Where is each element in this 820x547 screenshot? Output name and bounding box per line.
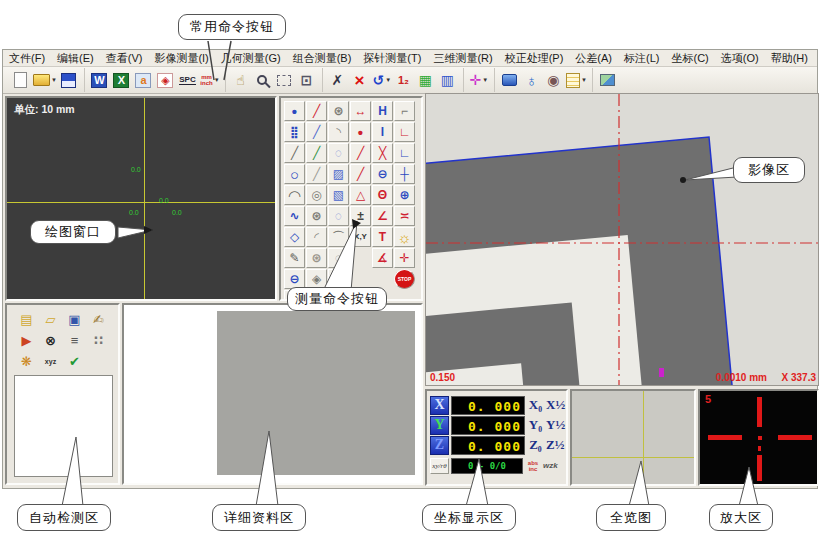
measure-rhombus[interactable]: ◇ — [284, 227, 305, 247]
menu-3d-measure[interactable]: 三维测量(R) — [427, 51, 498, 66]
measure-gear[interactable]: ⊛ — [306, 206, 327, 226]
measure-circle-scan[interactable]: ◎ — [306, 185, 327, 205]
export-cad-button[interactable]: a — [133, 69, 155, 91]
network-globe-button[interactable]: ♁ — [521, 69, 543, 91]
zoom-magnifier-button[interactable] — [252, 69, 274, 91]
measure-line-red2[interactable]: ╱ — [350, 164, 371, 184]
menu-tolerance[interactable]: 公差(A) — [569, 51, 618, 66]
column-grid-button[interactable]: ▥ — [437, 69, 459, 91]
measure-polygon-draw[interactable]: ✎ — [284, 248, 305, 268]
image-view[interactable]: 0.150 0.0010 mm X 337.3 — [425, 93, 819, 386]
measure-line-red[interactable]: ╱ — [350, 143, 371, 163]
measure-corner-step[interactable]: ⌐ — [394, 101, 415, 121]
open-file-button[interactable]: ▼ — [32, 69, 58, 91]
measure-target-align[interactable]: ⊕ — [394, 185, 415, 205]
abs-inc-toggle[interactable]: abs inc — [525, 460, 541, 472]
measure-line-points[interactable]: ╱ — [306, 143, 327, 163]
measure-text-label[interactable]: T — [372, 227, 393, 247]
measure-region-scan[interactable]: ▨ — [328, 164, 349, 184]
measure-blob-scan[interactable]: ◌ — [328, 248, 349, 268]
export-excel-button[interactable]: X — [111, 69, 133, 91]
pick-delete-button[interactable]: ✗ — [327, 69, 349, 91]
measure-circle-dist[interactable]: Θ — [372, 185, 393, 205]
detail-data-panel[interactable] — [122, 303, 423, 485]
export-word-button[interactable]: W — [89, 69, 111, 91]
measure-arc[interactable]: ◠ — [284, 185, 305, 205]
measure-parallel-lines[interactable]: H — [372, 101, 393, 121]
measure-ellipse-dash[interactable]: ◌ — [328, 206, 349, 226]
measure-curve[interactable]: ∿ — [284, 206, 305, 226]
overview-map[interactable] — [570, 389, 696, 486]
xyz-output-button[interactable]: xyz — [39, 351, 62, 371]
measure-arc-scan[interactable]: ◝ — [328, 122, 349, 142]
grid-view-button[interactable]: ∷ — [87, 330, 110, 350]
measure-line-thin[interactable]: ╱ — [306, 164, 327, 184]
measure-gear-cluster[interactable]: ⊛ — [306, 248, 327, 268]
menu-annotation[interactable]: 标注(L) — [618, 51, 665, 66]
drawing-window[interactable]: 单位: 10 mm 0.00.00.00.0 — [5, 96, 277, 301]
measure-angle[interactable]: ∠ — [372, 206, 393, 226]
measure-cross-lines[interactable]: ╳ — [372, 143, 393, 163]
select-rect-button[interactable] — [274, 69, 296, 91]
image-window-button[interactable] — [597, 69, 619, 91]
measure-stop[interactable]: STOP — [394, 269, 415, 289]
measure-width[interactable]: ↔ — [350, 101, 371, 121]
measure-auto-circle[interactable]: ⊛ — [328, 101, 349, 121]
spc-button[interactable]: SPC — [177, 69, 199, 91]
menu-options[interactable]: 选项(O) — [715, 51, 765, 66]
measure-corner-arc[interactable]: ⌒ — [328, 227, 349, 247]
number-label-button[interactable]: 1₂ — [393, 69, 415, 91]
axis-y-button[interactable]: Y — [430, 416, 449, 435]
axis-half-button[interactable]: Y½ — [546, 417, 563, 433]
menu-image-measure[interactable]: 影像测量(I) — [148, 51, 214, 66]
measure-circle-line[interactable]: ⊖ — [372, 164, 393, 184]
autodetect-list[interactable] — [14, 375, 113, 477]
new-document-button[interactable] — [10, 69, 32, 91]
measure-slot[interactable]: ⊖ — [284, 269, 305, 289]
measure-move-stage[interactable]: ✛ — [394, 248, 415, 268]
menu-calibration[interactable]: 校正处理(P) — [499, 51, 570, 66]
report-open-button[interactable]: ▱ — [39, 309, 62, 329]
cancel-button[interactable]: ⊗ — [39, 330, 62, 350]
undo-button[interactable]: ↺▼ — [371, 69, 393, 91]
measure-line-2pt[interactable]: ╱ — [306, 122, 327, 142]
zoom-region-button[interactable]: ⊡ — [296, 69, 318, 91]
measure-angle-line[interactable]: ∡ — [372, 248, 393, 268]
list-align-button[interactable]: ≡ — [63, 330, 86, 350]
menu-file[interactable]: 文件(F) — [3, 51, 51, 66]
media-record-button[interactable]: ◉ — [543, 69, 565, 91]
measure-region-diag[interactable]: ▧ — [328, 185, 349, 205]
measure-step-height[interactable]: ∟ — [394, 122, 415, 142]
measure-plus-minus[interactable]: ± — [350, 206, 371, 226]
measure-point[interactable]: • — [284, 101, 305, 121]
dot-grid-button[interactable]: ▦ — [415, 69, 437, 91]
sign-edit-button[interactable]: ✍ — [87, 309, 110, 329]
measure-line[interactable]: ╱ — [284, 143, 305, 163]
monitor-button[interactable] — [499, 69, 521, 91]
unit-mm-inch-button[interactable]: mm inch▼ — [199, 69, 221, 91]
menu-edit[interactable]: 编辑(E) — [51, 51, 100, 66]
notepad-button[interactable]: ▼ — [565, 69, 588, 91]
measure-xy-display[interactable]: X,Y — [350, 227, 371, 247]
measure-circle[interactable]: ○ — [284, 164, 305, 184]
measure-light-control[interactable]: ☼ — [394, 227, 415, 247]
tools-button[interactable]: ❋ — [15, 351, 38, 371]
menu-probe-measure[interactable]: 探针测量(T) — [357, 51, 427, 66]
laser-position-button[interactable]: ✛▼ — [468, 69, 490, 91]
measure-line-edge[interactable]: ╱ — [306, 101, 327, 121]
report-new-button[interactable]: ▤ — [15, 309, 38, 329]
axis-zero-button[interactable]: Y₀ — [527, 417, 544, 433]
axis-zero-button[interactable]: Z₀ — [527, 437, 544, 453]
measure-point-red[interactable]: • — [350, 122, 371, 142]
run-button[interactable]: ▶ — [15, 330, 38, 350]
save-button[interactable] — [58, 69, 80, 91]
menu-help[interactable]: 帮助(H) — [765, 51, 814, 66]
axis-zero-button[interactable]: X₀ — [527, 397, 544, 413]
delete-button[interactable]: × — [349, 69, 371, 91]
menu-geometry-measure[interactable]: 几何测量(G) — [215, 51, 287, 66]
axis-half-button[interactable]: Z½ — [546, 437, 563, 453]
work-mode-label[interactable]: wzk — [543, 461, 563, 470]
pan-hand-button[interactable]: ☝ — [230, 69, 252, 91]
measure-arc-pencil[interactable]: ◜ — [306, 227, 327, 247]
menu-combine-measure[interactable]: 组合测量(B) — [287, 51, 358, 66]
